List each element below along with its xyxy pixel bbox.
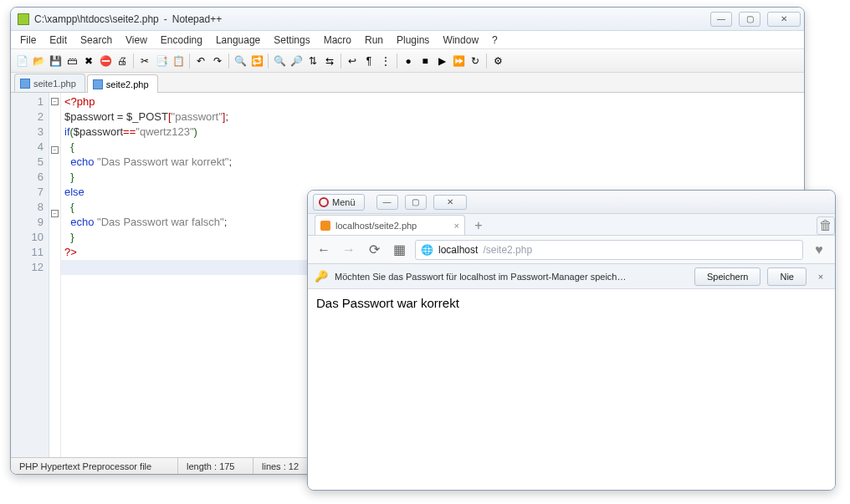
save-icon[interactable]: 💾 xyxy=(48,53,63,69)
status-length: length : 175 xyxy=(178,458,253,474)
sync-v-icon[interactable]: ⇅ xyxy=(305,53,320,69)
window-minimize-button[interactable]: — xyxy=(376,195,398,210)
menu-encoding[interactable]: Encoding xyxy=(155,33,208,48)
close-icon[interactable]: ✖ xyxy=(81,53,96,69)
new-file-icon[interactable]: 📄 xyxy=(14,53,29,69)
new-tab-button[interactable]: + xyxy=(469,216,489,235)
find-icon[interactable]: 🔍 xyxy=(233,53,248,69)
never-save-password-button[interactable]: Nie xyxy=(767,267,806,286)
tab-title: localhost/seite2.php xyxy=(335,221,417,231)
closed-tabs-trash-button[interactable]: 🗑 xyxy=(817,216,835,235)
url-path: /seite2.php xyxy=(483,244,532,256)
undo-icon[interactable]: ↶ xyxy=(193,53,208,69)
show-all-icon[interactable]: ¶ xyxy=(361,53,376,69)
line-number: 4 xyxy=(11,140,44,155)
tab-close-icon[interactable]: × xyxy=(454,221,459,231)
line-number: 9 xyxy=(11,215,44,230)
npp-tabstrip: seite1.phpseite2.php xyxy=(11,73,804,93)
macro-loop-icon[interactable]: ↻ xyxy=(468,53,483,69)
fold-toggle[interactable]: − xyxy=(51,98,59,105)
url-field[interactable]: 🌐 localhost/seite2.php xyxy=(415,240,803,260)
menu-edit[interactable]: Edit xyxy=(44,33,73,48)
cut-icon[interactable]: ✂ xyxy=(137,53,152,69)
macro-stop-icon[interactable]: ■ xyxy=(417,53,433,69)
forward-button[interactable]: → xyxy=(340,241,358,259)
url-host: localhost xyxy=(438,244,478,256)
print-icon[interactable]: 🖨 xyxy=(115,53,130,69)
menu-language[interactable]: Language xyxy=(210,33,266,48)
menu-window[interactable]: Window xyxy=(437,33,484,48)
browser-tabstrip: localhost/seite2.php × + 🗑 xyxy=(308,214,835,236)
redo-icon[interactable]: ↷ xyxy=(210,53,225,69)
back-button[interactable]: ← xyxy=(315,241,333,259)
menu-help[interactable]: ? xyxy=(486,33,504,48)
paste-icon[interactable]: 📋 xyxy=(171,53,186,69)
npp-title-path: C:\xampp\htdocs\seite2.php xyxy=(34,13,159,25)
opera-browser-window: Menü — ▢ ✕ localhost/seite2.php × + 🗑 ← … xyxy=(307,190,836,491)
menu-view[interactable]: View xyxy=(120,33,153,48)
sync-h-icon[interactable]: ⇆ xyxy=(322,53,337,69)
editor-tab-seite1-php[interactable]: seite1.php xyxy=(14,74,85,92)
npp-title-sep: - xyxy=(164,13,167,25)
browser-titlebar[interactable]: Menü — ▢ ✕ xyxy=(308,191,835,214)
editor-tab-seite2-php[interactable]: seite2.php xyxy=(87,74,158,93)
wrap-icon[interactable]: ↩ xyxy=(345,53,360,69)
open-file-icon[interactable]: 📂 xyxy=(31,53,46,69)
menu-run[interactable]: Run xyxy=(359,33,389,48)
line-number: 5 xyxy=(11,155,44,170)
status-language: PHP Hypertext Preprocessor file xyxy=(11,458,178,474)
macro-play-icon[interactable]: ▶ xyxy=(434,53,449,69)
key-icon: 🔑 xyxy=(315,270,328,283)
line-number: 2 xyxy=(11,109,44,125)
macro-record-icon[interactable]: ● xyxy=(401,53,416,69)
code-line[interactable]: { xyxy=(64,140,801,155)
opera-menu-label: Menü xyxy=(332,197,356,207)
fold-toggle[interactable]: − xyxy=(51,210,59,217)
menu-search[interactable]: Search xyxy=(74,33,118,48)
npp-titlebar[interactable]: C:\xampp\htdocs\seite2.php - Notepad++ —… xyxy=(11,8,804,31)
code-line[interactable]: if($passwort=="qwertz123") xyxy=(64,125,801,140)
copy-icon[interactable]: 📑 xyxy=(154,53,169,69)
indent-guide-icon[interactable]: ⋮ xyxy=(378,53,393,69)
fold-column[interactable]: −−− xyxy=(49,93,61,457)
code-line[interactable]: $passwort = $_POST["passwort"]; xyxy=(64,109,801,125)
menu-file[interactable]: File xyxy=(14,33,42,48)
reload-button[interactable]: ⟳ xyxy=(365,241,383,259)
toolbar-separator xyxy=(486,53,487,69)
replace-icon[interactable]: 🔁 xyxy=(249,53,264,69)
window-minimize-button[interactable]: — xyxy=(710,12,732,27)
zoom-out-icon[interactable]: 🔎 xyxy=(289,53,304,69)
globe-icon: 🌐 xyxy=(421,244,433,256)
line-number: 1 xyxy=(11,94,44,109)
save-password-button[interactable]: Speichern xyxy=(694,267,761,286)
speed-dial-button[interactable]: ▦ xyxy=(390,241,408,259)
menu-macro[interactable]: Macro xyxy=(318,33,357,48)
tab-favicon-icon xyxy=(320,221,330,231)
infobar-close-button[interactable]: × xyxy=(813,269,828,284)
toolbar-separator xyxy=(397,53,397,69)
menu-plugins[interactable]: Plugins xyxy=(391,33,435,48)
code-line[interactable]: <?php xyxy=(64,94,801,109)
zoom-in-icon[interactable]: 🔍 xyxy=(272,53,287,69)
line-number: 12 xyxy=(11,260,44,275)
opera-menu-button[interactable]: Menü xyxy=(313,194,365,211)
password-save-infobar: 🔑 Möchten Sie das Passwort für localhost… xyxy=(308,264,835,289)
preferences-icon[interactable]: ⚙ xyxy=(490,53,505,69)
menu-settings[interactable]: Settings xyxy=(268,33,315,48)
code-line[interactable]: echo "Das Passwort war korrekt"; xyxy=(64,155,801,170)
line-number: 6 xyxy=(11,170,44,185)
macro-fast-icon[interactable]: ⏩ xyxy=(451,53,466,69)
window-close-button[interactable]: ✕ xyxy=(767,12,801,27)
save-all-icon[interactable]: 🗃 xyxy=(64,53,79,69)
browser-tab[interactable]: localhost/seite2.php × xyxy=(315,215,465,235)
window-maximize-button[interactable]: ▢ xyxy=(405,195,427,210)
tab-label: seite1.php xyxy=(33,79,76,89)
window-maximize-button[interactable]: ▢ xyxy=(739,12,760,27)
bookmark-heart-button[interactable]: ♥ xyxy=(810,241,828,259)
toolbar-separator xyxy=(341,53,341,69)
code-line[interactable]: } xyxy=(64,170,801,185)
fold-toggle[interactable]: − xyxy=(51,146,59,154)
close-all-icon[interactable]: ⛔ xyxy=(98,53,113,69)
window-close-button[interactable]: ✕ xyxy=(433,195,467,210)
tab-label: seite2.php xyxy=(106,79,149,89)
